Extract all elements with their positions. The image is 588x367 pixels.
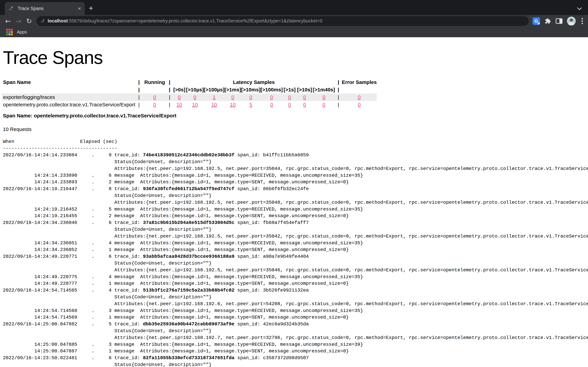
menu-icon[interactable] [581, 20, 583, 22]
reload-button[interactable]: ↻ [24, 17, 34, 25]
column-separator: | [167, 86, 173, 93]
back-button[interactable]: ← [3, 17, 13, 25]
error-count-link[interactable]: 0 [358, 94, 361, 100]
latency-count-link[interactable]: 0 [231, 94, 234, 100]
site-telescope-icon [41, 19, 45, 24]
span-name-cell: exporter/logging/traces [2, 93, 135, 101]
bucket-cell: 0 [173, 93, 186, 101]
url-text: localhost:55679/debug/tracez?zspanname=o… [48, 18, 322, 24]
bucket-cell: 0 [241, 93, 260, 101]
error-count-link[interactable]: 0 [358, 102, 361, 107]
latency-bucket-header: [>100µs] [204, 86, 225, 93]
latency-count-link[interactable]: 0 [178, 94, 181, 100]
trace-id: 936fa38fcfed661712ba547f5ed747cf [143, 186, 234, 192]
apps-bookmark-label[interactable]: Apps [17, 29, 27, 35]
empty-cell [2, 86, 135, 93]
latency-bucket-header: [>10s] [296, 86, 313, 93]
latency-count-link[interactable]: 10 [211, 102, 217, 107]
bucket-cell: 10 [225, 101, 241, 108]
running-cell: 0 [143, 93, 167, 101]
running-cell: 0 [143, 101, 167, 108]
latency-bucket-header: [>10ms] [241, 86, 260, 93]
column-separator: | [135, 86, 143, 93]
latency-count-link[interactable]: 10 [176, 102, 182, 107]
bucket-cell: 0 [283, 101, 296, 108]
latency-count-link[interactable]: 5 [250, 102, 252, 107]
bucket-cell: 1 [204, 93, 225, 101]
telescope-favicon [9, 6, 14, 11]
extensions-icon[interactable] [545, 18, 551, 25]
profile-avatar[interactable] [567, 17, 576, 25]
apps-grid-icon[interactable] [6, 29, 13, 35]
latency-count-link[interactable]: 1 [213, 94, 216, 100]
bucket-cell: 0 [260, 101, 283, 108]
url-path: :55679/debug/tracez?zspanname=openteleme… [68, 18, 322, 24]
bucket-cell: 10 [173, 101, 186, 108]
column-separator: | [135, 101, 143, 108]
latency-bucket-header: [>1m40s] [313, 86, 335, 93]
empty-cell [143, 86, 167, 93]
latency-count-link[interactable]: 0 [303, 102, 306, 107]
latency-count-link[interactable]: 0 [303, 94, 306, 100]
column-separator: | [167, 93, 173, 101]
latency-count-link[interactable]: 0 [250, 94, 252, 100]
request-count: 10 Requests [3, 126, 588, 132]
running-header: Running [143, 78, 167, 86]
latency-count-link[interactable]: 0 [322, 102, 325, 107]
bucket-cell: 0 [260, 93, 283, 101]
column-separator: | [335, 86, 342, 93]
latency-count-link[interactable]: 0 [193, 94, 196, 100]
tab-close-icon[interactable]: × [78, 6, 81, 11]
trace-id: 513b3f1c276a7159c5a2a33b88b4fc82 [143, 288, 234, 293]
tab-trace-spans[interactable]: Trace Spans × [5, 2, 85, 15]
latency-count-link[interactable]: 10 [192, 102, 198, 107]
trace-id: 37a81c9b615b204a6e515df533004d5c [143, 220, 234, 225]
latency-count-link[interactable]: 0 [288, 94, 291, 100]
page-title: Trace Spans [3, 48, 588, 68]
bucket-cell: 10 [204, 101, 225, 108]
trace-id: 82fa11055b338efcd733187347651fda [143, 355, 234, 360]
forward-button[interactable]: → [13, 17, 24, 25]
error-cell: 0 [342, 101, 377, 108]
running-count-link[interactable]: 0 [153, 94, 156, 100]
error-cell: 0 [342, 93, 377, 101]
latency-count-link[interactable]: 0 [270, 102, 273, 107]
bucket-cell: 0 [313, 101, 335, 108]
latency-count-link[interactable]: 0 [270, 94, 273, 100]
page-content: Trace Spans Span Name|Running|Latency Sa… [0, 48, 588, 367]
bucket-cell: 0 [186, 93, 204, 101]
latency-count-link[interactable]: 10 [230, 102, 235, 107]
summary-row: exporter/logging/traces|0|001000000|0 [2, 93, 377, 101]
tab-title: Trace Spans [18, 6, 76, 11]
trace-id: 93abb5afcaa0428d37bccee9366188a9 [143, 254, 234, 259]
url-host: localhost [48, 18, 68, 24]
latency-samples-header: Latency Samples [173, 78, 335, 86]
address-bar[interactable]: localhost:55679/debug/tracez?zspanname=o… [36, 16, 529, 26]
bookmarks-bar: Apps [0, 27, 588, 37]
latency-count-link[interactable]: 0 [288, 102, 291, 107]
bucket-cell: 0 [296, 93, 313, 101]
latency-bucket-header: [>100ms] [260, 86, 283, 93]
bucket-cell: 5 [241, 101, 260, 108]
column-separator: | [335, 93, 342, 101]
span-name-header: Span Name [2, 78, 135, 86]
latency-bucket-header: [>10µs] [186, 86, 204, 93]
running-count-link[interactable]: 0 [153, 102, 156, 107]
summary-table: Span Name|Running|Latency Samples|Error … [3, 78, 588, 108]
toolbar-icons: G [533, 17, 584, 25]
column-separator: | [335, 101, 342, 108]
bucket-cell: 10 [186, 101, 204, 108]
latency-bucket-header: [>1ms] [225, 86, 241, 93]
trace-id: dbb35e25936a90b4472cabb89073af9e [143, 321, 234, 327]
bucket-cell: 0 [313, 93, 335, 101]
latency-count-link[interactable]: 0 [322, 94, 325, 100]
side-panel-icon[interactable] [556, 18, 562, 24]
span-detail-heading: Span Name: opentelemetry.proto.collector… [3, 113, 588, 119]
summary-row: opentelemetry.proto.collector.trace.v1.T… [2, 101, 377, 108]
new-tab-button[interactable]: + [89, 4, 93, 12]
translate-icon[interactable]: G [533, 17, 540, 25]
browser-toolbar: ← → ↻ localhost:55679/debug/tracez?zspan… [0, 15, 588, 27]
latency-bucket-header: [>0s] [173, 86, 186, 93]
column-separator: | [167, 101, 173, 108]
tab-search-chevron-icon[interactable] [578, 6, 581, 9]
